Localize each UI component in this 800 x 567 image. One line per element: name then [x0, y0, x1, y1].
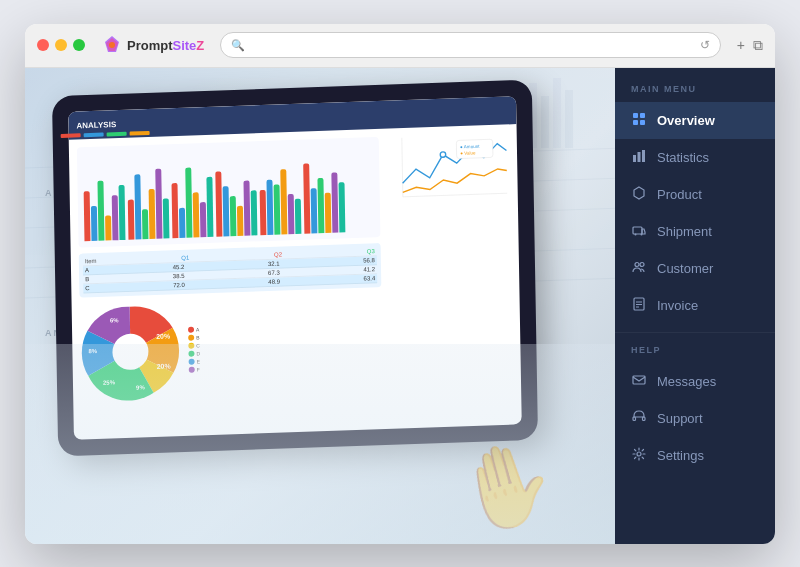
close-button[interactable]	[37, 39, 49, 51]
svg-line-22	[403, 193, 507, 197]
svg-point-39	[640, 262, 644, 266]
settings-icon	[631, 447, 647, 464]
help-label: HELP	[615, 345, 775, 363]
sidebar-item-statistics-label: Statistics	[657, 150, 709, 165]
tablet-body: ItemQ1Q2Q3 A45.232.156.8 B38.567.341.2	[69, 124, 522, 440]
svg-point-23	[440, 151, 446, 157]
sidebar-item-support-label: Support	[657, 411, 703, 426]
sidebar: MAIN MENU Overview	[615, 68, 775, 544]
tablet-screen: ANALYSIS	[68, 96, 522, 440]
minimize-button[interactable]	[55, 39, 67, 51]
address-bar[interactable]: 🔍 ↺	[220, 32, 721, 58]
svg-text:20%: 20%	[156, 332, 171, 340]
main-menu-label: MAIN MENU	[615, 84, 775, 102]
tablet: ANALYSIS	[52, 79, 538, 456]
svg-rect-44	[633, 376, 645, 384]
logo-text: PromptSiteZ	[127, 38, 204, 53]
main-area: ANALYSIS 1 ANALYSIS 2 ANALYSIS 3	[25, 68, 615, 544]
svg-point-47	[637, 452, 641, 456]
traffic-lights	[37, 39, 85, 51]
invoice-icon	[631, 297, 647, 314]
svg-point-36	[635, 233, 637, 235]
svg-line-21	[402, 137, 403, 196]
sidebar-item-settings-label: Settings	[657, 448, 704, 463]
sidebar-item-support[interactable]: Support	[615, 400, 775, 437]
sidebar-item-statistics[interactable]: Statistics	[615, 139, 775, 176]
line-chart: ● Amount ● Value	[393, 130, 512, 214]
product-icon	[631, 186, 647, 203]
shipment-icon	[631, 223, 647, 240]
sidebar-item-shipment-label: Shipment	[657, 224, 712, 239]
sidebar-item-customer[interactable]: Customer	[615, 250, 775, 287]
new-window-icon[interactable]: ⧉	[753, 37, 763, 54]
new-tab-icon[interactable]: +	[737, 37, 745, 54]
svg-rect-32	[633, 155, 636, 162]
browser-chrome: PromptSiteZ 🔍 ↺ + ⧉	[25, 24, 775, 68]
data-table: ItemQ1Q2Q3 A45.232.156.8 B38.567.341.2	[79, 242, 382, 297]
sidebar-item-overview-label: Overview	[657, 113, 715, 128]
logo-icon	[101, 34, 123, 56]
pie-chart: 20% 20% 9% 25% 8% 6%	[80, 300, 182, 404]
svg-text:25%: 25%	[103, 379, 116, 385]
tablet-container: ANALYSIS	[55, 88, 575, 488]
search-icon: 🔍	[231, 39, 245, 52]
svg-rect-46	[643, 417, 646, 421]
svg-rect-28	[633, 113, 638, 118]
svg-point-37	[641, 233, 643, 235]
sidebar-item-settings[interactable]: Settings	[615, 437, 775, 474]
bar-chart	[77, 136, 381, 247]
statistics-icon	[631, 149, 647, 166]
chart-area: ItemQ1Q2Q3 A45.232.156.8 B38.567.341.2	[69, 128, 392, 439]
svg-text:9%: 9%	[136, 384, 145, 390]
sidebar-item-invoice-label: Invoice	[657, 298, 698, 313]
sidebar-item-shipment[interactable]: Shipment	[615, 213, 775, 250]
logo-area: PromptSiteZ	[101, 34, 204, 56]
svg-rect-29	[640, 113, 645, 118]
browser-actions: + ⧉	[737, 37, 763, 54]
maximize-button[interactable]	[73, 39, 85, 51]
svg-rect-31	[640, 120, 645, 125]
line-chart-area: ● Amount ● Value	[387, 124, 522, 429]
pie-legend: A B C D E F	[188, 326, 200, 372]
sidebar-item-product[interactable]: Product	[615, 176, 775, 213]
sidebar-item-messages-label: Messages	[657, 374, 716, 389]
browser-window: PromptSiteZ 🔍 ↺ + ⧉ ANALYSIS 1 ANALYSIS …	[25, 24, 775, 544]
svg-text:20%: 20%	[157, 362, 172, 370]
refresh-icon[interactable]: ↺	[700, 38, 710, 52]
svg-text:● Amount: ● Amount	[460, 143, 480, 149]
sidebar-item-overview[interactable]: Overview	[615, 102, 775, 139]
browser-content: ANALYSIS 1 ANALYSIS 2 ANALYSIS 3	[25, 68, 775, 544]
support-icon	[631, 410, 647, 427]
svg-text:8%: 8%	[88, 347, 97, 353]
svg-point-38	[635, 262, 639, 266]
sidebar-item-product-label: Product	[657, 187, 702, 202]
svg-rect-34	[642, 150, 645, 162]
sidebar-item-invoice[interactable]: Invoice	[615, 287, 775, 324]
sidebar-item-messages[interactable]: Messages	[615, 363, 775, 400]
svg-rect-45	[633, 417, 636, 421]
sidebar-item-customer-label: Customer	[657, 261, 713, 276]
pie-chart-section: 20% 20% 9% 25% 8% 6%	[80, 293, 384, 404]
svg-text:6%: 6%	[110, 317, 119, 323]
customer-icon	[631, 260, 647, 277]
overview-icon	[631, 112, 647, 129]
dashboard-background: ANALYSIS 1 ANALYSIS 2 ANALYSIS 3	[25, 68, 615, 544]
svg-point-2	[109, 42, 115, 48]
messages-icon	[631, 373, 647, 390]
tablet-header-text: ANALYSIS	[76, 119, 116, 129]
sidebar-divider	[615, 332, 775, 333]
svg-rect-33	[638, 152, 641, 162]
svg-rect-30	[633, 120, 638, 125]
svg-rect-35	[633, 227, 642, 234]
svg-text:● Value: ● Value	[460, 150, 476, 156]
